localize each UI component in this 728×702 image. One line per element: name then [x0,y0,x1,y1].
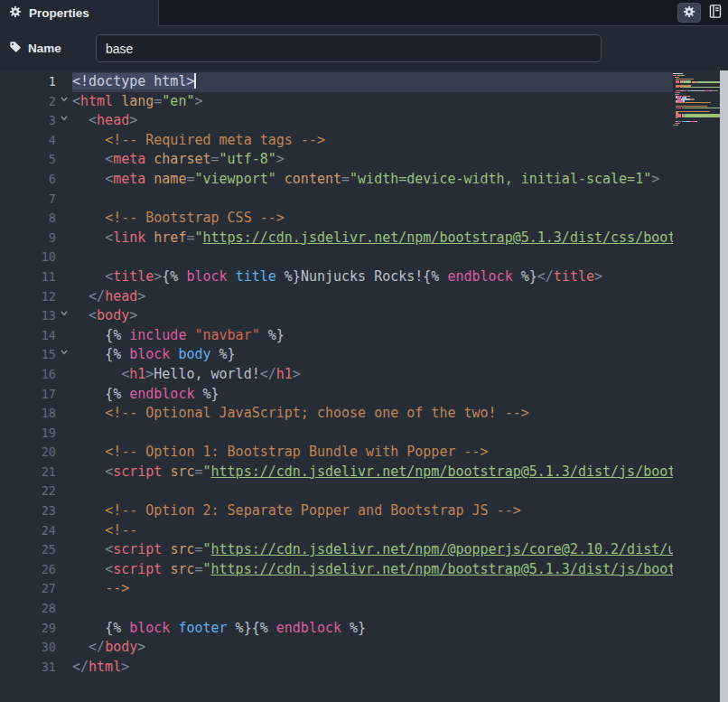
token: </ [72,659,89,675]
line-number: 30 [0,638,56,658]
name-label: Name [9,41,96,56]
name-input[interactable] [96,34,602,62]
code-text: </body> [72,638,673,658]
minimap-token [697,81,720,82]
code-line[interactable]: 16 <h1>Hello, world!</h1> [0,365,673,385]
token: " [203,561,211,577]
docs-button[interactable] [708,4,723,22]
code-line[interactable]: 28 [0,599,673,619]
token: lang [121,93,154,109]
fold-spacer [56,170,72,190]
code-line[interactable]: 3 <head> [0,111,673,131]
code-line[interactable]: 17 {% endblock %} [0,385,673,405]
code-area[interactable]: 1<!doctype html>2<html lang="en">3 <head… [0,72,673,677]
code-line[interactable]: 29 {% block footer %}{% endblock %} [0,619,673,639]
token: %} [211,346,236,362]
fold-spacer [56,72,72,92]
token: <!-- Bootstrap CSS --> [105,210,285,226]
fold-arrow-icon[interactable] [56,306,72,326]
code-line[interactable]: 11 <title>{% block title %}Nunjucks Rock… [0,267,673,287]
minimap-token [684,75,685,76]
minimap-token [676,102,711,103]
text-cursor [194,73,196,89]
tab-properties[interactable]: Properties [0,0,159,26]
code-line[interactable]: 18 <!-- Optional JavaScript; choose one … [0,404,673,424]
scrollbar[interactable] [720,70,728,702]
code-line[interactable]: 6 <meta name="viewport" content="width=d… [0,170,673,190]
fold-spacer [56,229,72,248]
code-line[interactable]: 20 <!-- Option 1: Bootstrap Bundle with … [0,443,673,463]
code-line[interactable]: 1<!doctype html> [0,72,673,92]
code-line[interactable]: 25 <script src="https://cdn.jsdelivr.net… [0,540,673,560]
minimap[interactable] [673,73,720,126]
fold-spacer [56,267,72,287]
code-line[interactable]: 24 <!-- [0,521,673,541]
fold-arrow-icon[interactable] [56,111,72,131]
code-line[interactable]: 7 [0,190,673,210]
token: > [651,171,659,187]
fold-spacer [56,424,72,444]
code-line[interactable]: 27 --> [0,579,673,599]
token: < [105,229,113,246]
line-number: 17 [0,385,56,405]
fold-arrow-icon[interactable] [56,92,72,112]
code-line[interactable]: 13 <body> [0,306,673,326]
token: title [113,268,154,285]
gear-icon [683,5,695,21]
line-number: 19 [0,424,56,444]
code-line[interactable]: 10 [0,248,673,267]
code-text: </head> [72,287,673,307]
line-number: 10 [0,248,56,267]
line-number: 31 [0,658,56,678]
token: > [145,366,154,382]
minimap-token [688,96,690,97]
code-line[interactable]: 2<html lang="en"> [0,92,673,112]
code-text: <script src="https://cdn.jsdelivr.net/np… [72,463,673,482]
token: h1 [129,366,145,382]
code-line[interactable]: 26 <script src="https://cdn.jsdelivr.net… [0,560,673,580]
token: > [154,268,162,285]
code-line[interactable]: 19 [0,424,673,444]
token [72,502,105,519]
token [113,93,121,109]
code-line[interactable]: 23 <!-- Option 2: Separate Popper and Bo… [0,501,673,521]
minimap-token [677,125,678,126]
line-number: 15 [0,345,56,365]
token [72,229,105,246]
fold-spacer [56,404,72,424]
code-line[interactable]: 14 {% include "navbar" %} [0,326,673,346]
token [145,171,154,187]
code-line[interactable]: 8 <!-- Bootstrap CSS --> [0,209,673,229]
token: "navbar" [194,327,259,343]
code-editor[interactable]: 1<!doctype html>2<html lang="en">3 <head… [0,70,728,702]
token: > [137,288,145,304]
token [72,346,105,362]
token [72,405,105,421]
token: {% [252,620,276,636]
code-line[interactable]: 4 <!-- Required meta tags --> [0,131,673,151]
token: %} [260,327,285,343]
editor-settings-button[interactable] [677,3,701,23]
token: "viewport" [194,171,275,187]
token: <!-- Option 2: Separate Popper and Boots… [105,502,521,519]
code-line[interactable]: 5 <meta charset="utf-8"> [0,150,673,170]
token [72,288,89,304]
fold-arrow-icon[interactable] [56,345,72,365]
line-number: 21 [0,463,56,482]
token: {% [162,268,186,285]
code-line[interactable]: 22 [0,482,673,501]
line-number: 7 [0,190,56,210]
code-text: <!-- Required meta tags --> [72,131,673,151]
code-line[interactable]: 30 </body> [0,638,673,658]
minimap-token [694,98,695,99]
line-number: 26 [0,560,56,580]
code-line[interactable]: 21 <script src="https://cdn.jsdelivr.net… [0,463,673,482]
code-line[interactable]: 31</html> [0,658,673,678]
token [72,366,121,382]
code-line[interactable]: 9 <link href="https://cdn.jsdelivr.net/n… [0,229,673,248]
token: > [594,268,602,285]
line-number: 24 [0,521,56,541]
code-line[interactable]: 15 {% block body %} [0,345,673,365]
code-line[interactable]: 12 </head> [0,287,673,307]
token: < [105,561,113,577]
